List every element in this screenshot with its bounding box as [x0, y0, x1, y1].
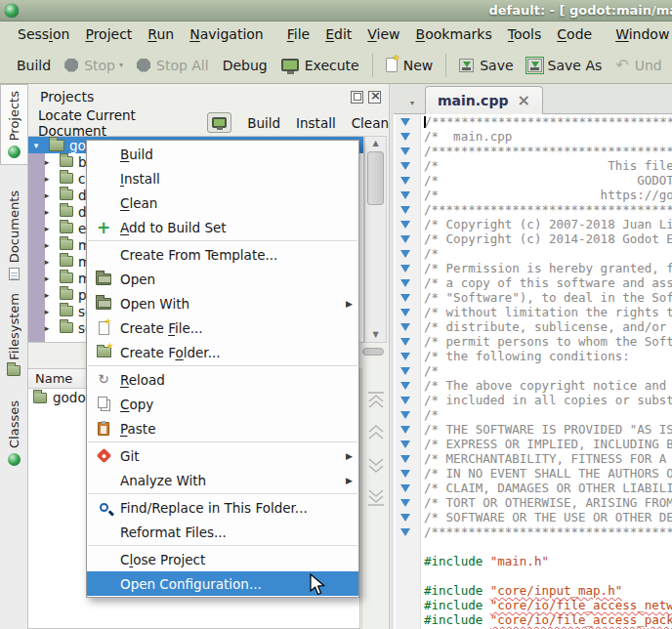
fold-marker-icon[interactable] — [400, 499, 410, 507]
fold-marker-icon[interactable] — [400, 426, 410, 434]
save-button[interactable]: Save — [452, 54, 520, 77]
menu-item-create-folder[interactable]: Create Folder... — [87, 340, 358, 364]
menu-item-create-file[interactable]: Create File... — [87, 315, 358, 340]
fold-marker-icon[interactable] — [400, 162, 410, 170]
move-up-icon[interactable] — [365, 423, 387, 442]
expander-down-icon[interactable]: ▾ — [28, 141, 44, 150]
fold-marker-icon[interactable] — [400, 514, 410, 522]
sidebar-tab-filesystem[interactable]: Filesystem — [0, 287, 27, 382]
fold-marker-icon[interactable] — [400, 147, 410, 155]
menubar-item-navigation[interactable]: Navigation — [182, 23, 272, 45]
sidebar-tab-documents[interactable]: Documents — [0, 185, 27, 286]
menu-item-close-project[interactable]: Close Project — [87, 547, 358, 571]
fold-marker-icon[interactable] — [400, 397, 410, 404]
build-button[interactable]: Build — [10, 54, 58, 77]
code-view[interactable]: /***************************************… — [394, 114, 672, 629]
expander-right-icon[interactable]: ▸ — [39, 290, 55, 300]
menu-item-copy[interactable]: Copy — [87, 392, 358, 416]
menu-item-add-to-build-set[interactable]: +Add to Build Set — [87, 215, 358, 239]
menu-item-clean[interactable]: Clean — [87, 190, 358, 215]
fold-marker-icon[interactable] — [400, 133, 410, 141]
menubar-item-bookmarks[interactable]: Bookmarks — [408, 23, 500, 45]
fold-marker-icon[interactable] — [400, 177, 410, 185]
fold-marker-icon[interactable] — [400, 235, 410, 243]
expander-right-icon[interactable]: ▸ — [39, 257, 55, 267]
fold-marker-icon[interactable] — [400, 367, 410, 375]
panel-close-icon[interactable] — [368, 91, 381, 104]
buildset-remove-icon[interactable] — [362, 348, 384, 356]
execute-button[interactable]: Execute — [274, 54, 366, 77]
menubar-item-project[interactable]: Project — [77, 23, 140, 45]
expander-right-icon[interactable]: ▸ — [39, 157, 55, 167]
document-list-dropdown-icon[interactable]: ▾ — [410, 99, 414, 107]
sidebar-tab-projects[interactable]: Projects — [0, 84, 27, 165]
fold-marker-icon[interactable] — [400, 382, 410, 390]
fold-marker-icon[interactable] — [400, 353, 410, 360]
fold-marker-icon[interactable] — [400, 470, 410, 478]
menu-item-find-replace-in-this-folder[interactable]: Find/Replace in This Folder... — [87, 495, 358, 520]
menu-item-reformat-files[interactable]: Reformat Files... — [87, 520, 358, 544]
debug-button[interactable]: Debug — [216, 54, 274, 77]
scroll-up-icon[interactable]: ▲ — [365, 137, 386, 150]
menubar-item-edit[interactable]: Edit — [317, 23, 359, 45]
fold-marker-icon[interactable] — [400, 279, 410, 287]
menu-item-create-from-template[interactable]: Create From Template... — [87, 242, 358, 267]
clean-button[interactable]: Clean — [352, 115, 389, 131]
menu-item-reload[interactable]: ↻Reload — [87, 367, 358, 392]
fold-marker-icon[interactable] — [400, 221, 410, 229]
move-bottom-icon[interactable] — [365, 487, 387, 507]
menubar-item-session[interactable]: Session — [10, 23, 77, 45]
move-top-icon[interactable] — [365, 391, 387, 410]
menu-item-analyze-with[interactable]: Analyze With▶ — [87, 468, 358, 492]
fold-marker-icon[interactable] — [400, 265, 410, 273]
fold-marker-icon[interactable] — [400, 440, 410, 448]
fold-marker-icon[interactable] — [400, 309, 410, 316]
fold-marker-icon[interactable] — [400, 411, 410, 419]
fold-marker-icon[interactable] — [400, 323, 410, 331]
expander-right-icon[interactable]: ▸ — [39, 273, 55, 283]
save-as-button[interactable]: Save As — [521, 54, 609, 77]
tab-close-icon[interactable]: × — [517, 96, 529, 105]
locate-current-document-button[interactable]: Locate Current Document — [38, 107, 191, 139]
menubar-item-file[interactable]: File — [279, 23, 317, 45]
menu-item-build[interactable]: Build — [87, 142, 358, 166]
fold-marker-icon[interactable] — [400, 528, 410, 536]
menubar-item-window[interactable]: Window — [608, 23, 672, 45]
expander-right-icon[interactable]: ▸ — [39, 190, 55, 200]
expander-right-icon[interactable]: ▸ — [39, 207, 55, 217]
menu-item-install[interactable]: Install — [87, 166, 358, 190]
menu-item-open[interactable]: Open — [87, 267, 358, 291]
expander-right-icon[interactable]: ▸ — [39, 323, 55, 333]
fold-marker-icon[interactable] — [400, 338, 410, 346]
menubar-item-tools[interactable]: Tools — [500, 23, 550, 45]
menu-item-paste[interactable]: Paste — [87, 416, 358, 440]
menubar-item-view[interactable]: View — [359, 23, 407, 45]
scroll-down-icon[interactable]: ▼ — [365, 328, 386, 342]
expander-right-icon[interactable]: ▸ — [39, 174, 55, 184]
sidebar-tab-classes[interactable]: Classes — [0, 395, 27, 472]
new-button[interactable]: New — [379, 54, 441, 77]
expander-right-icon[interactable]: ▸ — [39, 240, 55, 250]
fold-marker-icon[interactable] — [400, 191, 410, 199]
build-button[interactable]: Build — [247, 115, 280, 131]
fold-marker-icon[interactable] — [400, 294, 410, 302]
dropdown-arrow-icon[interactable]: ▾ — [119, 61, 123, 69]
panel-float-icon[interactable] — [351, 91, 363, 104]
tab-main-cpp[interactable]: main.cpp × — [425, 86, 543, 114]
expander-right-icon[interactable]: ▸ — [39, 224, 55, 233]
fold-marker-icon[interactable] — [400, 206, 410, 214]
fold-marker-icon[interactable] — [400, 250, 410, 258]
menu-item-git[interactable]: Git▶ — [87, 443, 358, 468]
fold-marker-icon[interactable] — [400, 455, 410, 463]
scrollbar-thumb[interactable] — [367, 151, 384, 205]
move-down-icon[interactable] — [365, 455, 387, 475]
panel-execute-button[interactable] — [207, 112, 231, 133]
expander-right-icon[interactable]: ▸ — [39, 307, 55, 316]
menubar-item-code[interactable]: Code — [549, 23, 600, 45]
menubar-item-run[interactable]: Run — [140, 23, 182, 45]
fold-marker-icon[interactable] — [400, 484, 410, 492]
tree-scrollbar[interactable]: ▲ ▼ — [364, 136, 387, 343]
menu-item-open-with[interactable]: Open With▶ — [87, 291, 358, 315]
install-button[interactable]: Install — [296, 115, 336, 131]
fold-marker-icon[interactable] — [400, 118, 410, 126]
